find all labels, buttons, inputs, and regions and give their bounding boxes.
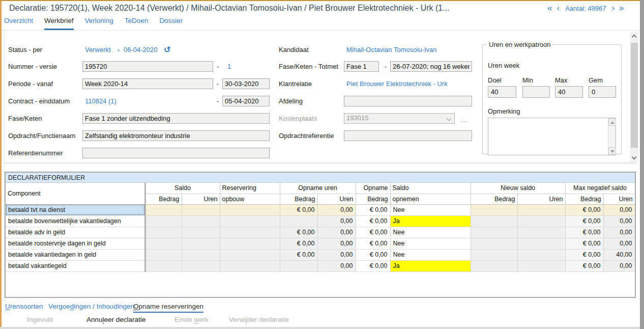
afdeling-input[interactable] xyxy=(344,96,472,106)
table-cell[interactable] xyxy=(220,260,280,271)
record-count[interactable]: Aantal: 49967 xyxy=(564,5,607,12)
table-cell[interactable]: € 0,00 xyxy=(565,215,603,227)
history-icon[interactable]: ↺ xyxy=(164,45,170,54)
table-cell[interactable]: € 0,00 xyxy=(280,249,317,260)
table-cell[interactable] xyxy=(471,215,517,227)
table-cell[interactable]: € 0,00 xyxy=(280,204,317,215)
versie-link[interactable]: 1 xyxy=(227,63,231,70)
table-cell[interactable]: € 0,00 xyxy=(356,260,390,271)
table-cell[interactable]: 0,00 xyxy=(603,227,635,238)
nav-first-button[interactable]: « xyxy=(547,3,552,13)
table-cell[interactable] xyxy=(220,249,280,260)
table-cell[interactable]: € 0,00 xyxy=(356,204,390,215)
component-cell[interactable]: betaalde roostervrije dagen in geld xyxy=(6,238,145,249)
table-cell[interactable] xyxy=(280,260,317,271)
nummer-input[interactable] xyxy=(82,61,213,72)
table-cell[interactable]: 0,00 xyxy=(317,249,356,260)
nav-next-button[interactable]: › xyxy=(611,3,614,13)
opmerking-scrollbar[interactable] xyxy=(608,118,616,155)
fase-totmet-input[interactable] xyxy=(344,61,379,72)
table-cell[interactable]: Nee xyxy=(390,204,471,215)
table-cell[interactable]: € 0,00 xyxy=(356,227,390,238)
table-cell[interactable]: Nee xyxy=(390,238,471,249)
kostenplaats-select[interactable]: 193015 xyxy=(344,113,455,124)
fase-totmet-datum-input[interactable] xyxy=(390,61,472,72)
table-cell[interactable]: € 0,00 xyxy=(356,215,390,227)
table-cell[interactable]: € 0,00 xyxy=(565,260,603,271)
ingevuld-button[interactable]: Ingevuld xyxy=(27,316,53,323)
table-cell[interactable] xyxy=(182,249,220,260)
kandidaat-link[interactable]: Mihail-Octavian Tomosoiu-Ivan xyxy=(346,46,437,53)
nav-last-button[interactable]: » xyxy=(619,3,624,13)
table-cell[interactable]: € 0,00 xyxy=(565,204,603,215)
table-cell[interactable] xyxy=(471,204,517,215)
table-cell[interactable] xyxy=(145,204,182,215)
component-cell[interactable]: betaald vakantiegeld xyxy=(6,260,145,271)
table-cell[interactable] xyxy=(517,238,565,249)
component-cell[interactable]: betaalde bovenwettelijke vakantiedagen xyxy=(6,215,145,227)
table-cell[interactable]: 0,00 xyxy=(603,260,635,271)
table-cell[interactable] xyxy=(145,249,182,260)
table-cell[interactable]: 0,00 xyxy=(603,204,635,215)
table-cell[interactable]: € 0,00 xyxy=(280,227,317,238)
table-cell[interactable]: € 0,00 xyxy=(356,238,390,249)
table-cell[interactable] xyxy=(517,260,565,271)
opdrachtreferentie-input[interactable] xyxy=(344,130,472,141)
table-cell[interactable] xyxy=(145,260,182,271)
annuleer-declaratie-button[interactable]: Annuleer declaratie xyxy=(86,316,145,323)
tab-verloning[interactable]: Verloning xyxy=(85,17,113,30)
status-date-link[interactable]: 06-04-2020 xyxy=(124,46,158,53)
opdracht-functienaam-input[interactable] xyxy=(82,130,270,141)
einde-werk-button[interactable]: Einde werk xyxy=(174,316,209,323)
scroll-up-icon[interactable] xyxy=(608,118,616,126)
periode-input[interactable] xyxy=(82,78,213,89)
table-cell[interactable]: 0,00 xyxy=(317,238,356,249)
tab-dossier[interactable]: Dossier xyxy=(159,17,183,30)
tab-urensoorten[interactable]: Urensoorten xyxy=(5,303,43,310)
table-cell[interactable]: € 0,00 xyxy=(565,249,603,260)
table-cell[interactable] xyxy=(280,215,317,227)
table-cell[interactable]: 40,00 xyxy=(603,249,635,260)
table-cell[interactable] xyxy=(220,204,280,215)
referentienummer-input[interactable] xyxy=(82,148,270,158)
component-cell[interactable]: betaalde adv in geld xyxy=(6,227,145,238)
table-cell[interactable]: 0,00 xyxy=(317,227,356,238)
table-cell[interactable]: Ja xyxy=(390,215,471,227)
table-cell[interactable] xyxy=(145,227,182,238)
scrollbar-up-icon[interactable] xyxy=(632,35,637,40)
tab-werkbrief[interactable]: Werkbrief xyxy=(44,17,74,30)
table-cell[interactable]: 0,00 xyxy=(317,204,356,215)
tab-overzicht[interactable]: Overzicht xyxy=(4,17,33,30)
table-cell[interactable]: € 0,00 xyxy=(356,249,390,260)
table-cell[interactable] xyxy=(145,238,182,249)
table-cell[interactable] xyxy=(517,204,565,215)
nav-prev-button[interactable]: ‹ xyxy=(557,3,560,13)
table-cell[interactable] xyxy=(471,260,517,271)
fase-keten-input[interactable] xyxy=(82,113,270,124)
scroll-down-icon[interactable] xyxy=(608,147,616,155)
table-cell[interactable] xyxy=(471,227,517,238)
form-scrollbar[interactable] xyxy=(630,32,638,162)
table-cell[interactable]: € 0,00 xyxy=(565,227,603,238)
table-cell[interactable]: 0,00 xyxy=(317,260,356,271)
gem-input[interactable] xyxy=(589,86,616,98)
scrollbar-thumb[interactable] xyxy=(631,43,638,148)
tab-opname-reserveringen[interactable]: Opname reserveringen xyxy=(133,303,203,313)
table-cell[interactable] xyxy=(145,215,182,227)
table-cell[interactable]: 0,00 xyxy=(603,238,635,249)
klantrelatie-link[interactable]: Piet Brouwer Elektrotechniek - Urk xyxy=(346,80,448,88)
tab-tedoen[interactable]: TeDoen xyxy=(125,17,149,30)
min-input[interactable] xyxy=(522,86,550,98)
table-cell[interactable] xyxy=(182,260,220,271)
component-cell[interactable]: betaalde vakantiedagen in geld xyxy=(6,249,145,260)
table-cell[interactable] xyxy=(182,215,220,227)
table-cell[interactable] xyxy=(471,238,517,249)
periode-vanaf-input[interactable] xyxy=(222,78,270,89)
table-cell[interactable] xyxy=(182,238,220,249)
table-cell[interactable]: 0,00 xyxy=(317,215,356,227)
max-input[interactable] xyxy=(555,86,583,98)
component-cell[interactable]: betaald tvt na dienst xyxy=(6,204,145,215)
table-cell[interactable]: Ja xyxy=(390,260,471,271)
verwijder-declaratie-button[interactable]: Verwijder declaratie xyxy=(229,316,289,323)
contract-einddatum-input[interactable] xyxy=(222,96,270,106)
